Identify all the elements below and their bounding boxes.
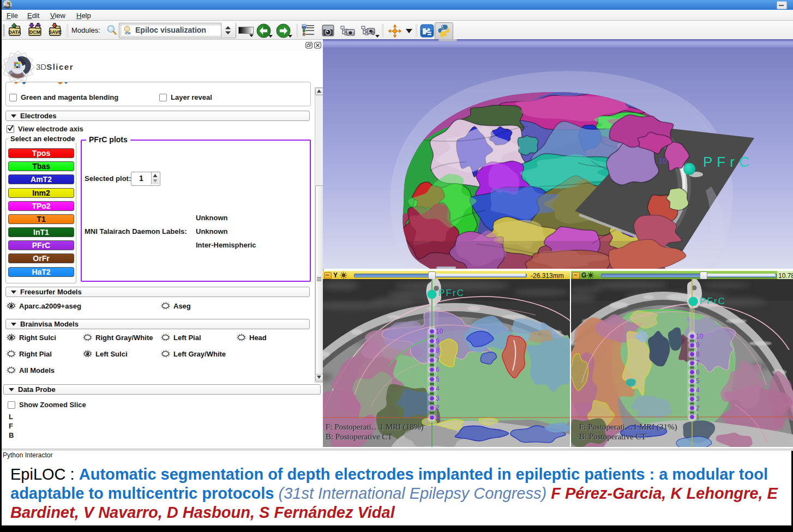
svg-text:6: 6 (696, 368, 700, 376)
svg-text:9: 9 (696, 341, 700, 349)
svg-text:4: 4 (436, 385, 440, 392)
svg-text:PFrC: PFrC (700, 296, 726, 306)
svg-text:3: 3 (696, 395, 700, 403)
svg-text:7: 7 (696, 359, 700, 367)
svg-text:1: 1 (436, 414, 440, 421)
svg-text:1: 1 (696, 413, 700, 421)
svg-text:ICM: ICM (125, 32, 131, 35)
svg-text:9: 9 (436, 337, 440, 345)
svg-text:4: 4 (696, 386, 700, 394)
svg-text:5: 5 (696, 377, 700, 385)
svg-text:7: 7 (436, 356, 440, 364)
svg-text:SAVE: SAVE (49, 29, 62, 35)
svg-text:5: 5 (436, 376, 440, 383)
svg-text:PFrC: PFrC (438, 288, 465, 298)
svg-text:2: 2 (696, 404, 700, 412)
svg-text:8: 8 (696, 350, 700, 358)
svg-text:10: 10 (658, 156, 668, 165)
svg-text:2: 2 (436, 404, 440, 412)
svg-text:3: 3 (436, 395, 440, 402)
svg-text:6: 6 (436, 366, 440, 373)
svg-text:DATA: DATA (8, 29, 21, 35)
svg-text:B: Postoperative CT: B: Postoperative CT (326, 432, 393, 441)
svg-text:10: 10 (696, 332, 704, 340)
svg-text:DCM: DCM (29, 29, 41, 35)
svg-text:F: Postoperati…1 MRI (31%): F: Postoperati…1 MRI (31%) (579, 422, 677, 432)
svg-text:B: Postoperative CT: B: Postoperative CT (579, 432, 646, 441)
svg-text:10: 10 (436, 328, 443, 335)
svg-text:8: 8 (436, 347, 440, 354)
svg-text:F: Postoperati…1 MRI (18%): F: Postoperati…1 MRI (18%) (326, 422, 424, 432)
svg-text:PFrC: PFrC (703, 154, 754, 170)
